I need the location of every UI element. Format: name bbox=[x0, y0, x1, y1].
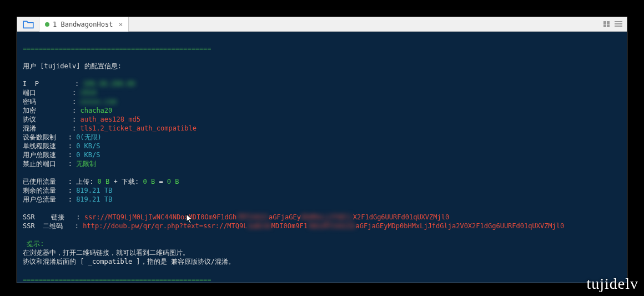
divider: ========================================… bbox=[23, 44, 212, 52]
config-header: 用户 [tujidelv] 的配置信息: bbox=[23, 62, 122, 70]
devlim-key: 设备数限制 : bbox=[23, 133, 72, 141]
total-value: 0 KB/S bbox=[76, 151, 100, 159]
status-dot-icon bbox=[45, 22, 49, 27]
enc-key: 加密 : bbox=[23, 107, 76, 114]
grid-view-icon[interactable] bbox=[603, 21, 611, 28]
divider: ========================================… bbox=[23, 275, 212, 283]
folder-icon[interactable] bbox=[17, 17, 39, 32]
proto-key: 协议 : bbox=[23, 116, 76, 123]
qr-key: SSR 二维码 : bbox=[23, 222, 79, 230]
obfs-value: tls1.2_ticket_auth_compatible bbox=[80, 124, 197, 132]
allflow-value: 819.21 TB bbox=[76, 195, 112, 203]
ip-key: I P : bbox=[23, 80, 79, 88]
obfs-key: 混淆 : bbox=[23, 124, 76, 132]
ssr-value: ssr://MTQ9LjM0LjIwNC44NDoxMDI0Om9F1dGhfM… bbox=[84, 213, 449, 221]
terminal-window: 1 BandwagonHost × ======================… bbox=[17, 17, 627, 283]
qr-value: http://doub.pw/qr/qr.php?text=ssr://MTQ9… bbox=[83, 222, 564, 230]
allflow-key: 用户总流量 : bbox=[23, 195, 72, 203]
pwd-value: xxxxx.com bbox=[80, 98, 116, 106]
tab-title: 1 BandwagonHost bbox=[53, 21, 113, 28]
ssr-key: SSR 链接 : bbox=[23, 213, 80, 221]
enc-value: chacha20 bbox=[80, 107, 112, 114]
tab-bar: 1 BandwagonHost × bbox=[17, 17, 627, 32]
single-key: 单线程限速 : bbox=[23, 142, 72, 150]
port-key: 端口 : bbox=[23, 89, 76, 97]
tip-line-2: 协议和混淆后面的 [ _compatible ]，指的是 兼容原版协议/混淆。 bbox=[23, 258, 235, 265]
tip-label: 提示: bbox=[23, 240, 48, 248]
port-value: 1924 bbox=[80, 89, 96, 97]
used-key: 已使用流量 : bbox=[23, 178, 72, 185]
forbid-key: 禁止的端口 : bbox=[23, 160, 72, 168]
remain-key: 剩余的流量 : bbox=[23, 187, 72, 194]
pwd-key: 密码 : bbox=[23, 98, 76, 106]
tab-bandwagonhost[interactable]: 1 BandwagonHost × bbox=[39, 17, 129, 32]
forbid-value: 无限制 bbox=[76, 160, 96, 168]
tip-line-1: 在浏览器中，打开二维码链接，就可以看到二维码图片。 bbox=[23, 249, 189, 257]
ip-value: 199.30.200.00 bbox=[83, 80, 135, 88]
total-key: 用户总限速 : bbox=[23, 151, 72, 159]
proto-value: auth_aes128_md5 bbox=[80, 116, 140, 123]
close-icon[interactable]: × bbox=[118, 20, 123, 28]
terminal-output[interactable]: ========================================… bbox=[17, 32, 627, 283]
view-mode-icons bbox=[603, 21, 627, 28]
list-view-icon[interactable] bbox=[615, 21, 622, 28]
remain-value: 819.21 TB bbox=[76, 187, 112, 194]
devlim-value: 0(无限) bbox=[76, 133, 102, 141]
single-value: 0 KB/S bbox=[76, 142, 100, 150]
